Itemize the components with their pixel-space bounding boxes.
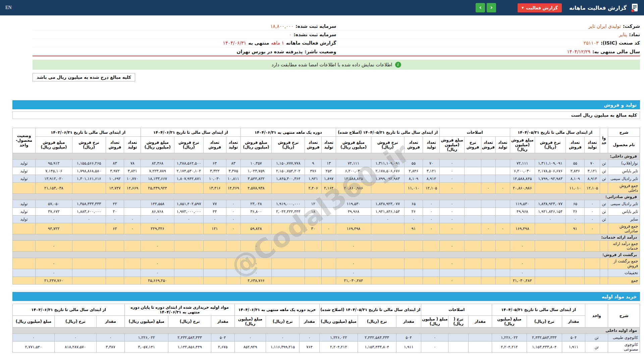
value-cell	[226, 241, 240, 252]
section-row: فروش صادراتی:	[13, 194, 640, 200]
value-cell: ۰	[440, 208, 465, 216]
top-bar: گزارش فعالیت ماهانه گزارش فعالیت ▼ ‹ › E…	[0, 0, 644, 15]
value-cell: ۵۰۴	[562, 334, 585, 342]
value-cell	[495, 241, 510, 252]
value-cell: ۰	[35, 216, 72, 223]
value-cell	[305, 241, 322, 252]
value-cell: ۰	[72, 216, 106, 223]
info-label: وضعیت ناشر:	[305, 49, 336, 54]
value-cell: ۰	[226, 200, 240, 208]
value-cell: ۱۸	[305, 208, 322, 216]
codal-monthly-activity-report-page: { "colors": { "topbar": "#1d3c61", "butt…	[0, 0, 644, 362]
isic-code-row: کد صنعت (ISIC): ۲۵۱۱۰۳	[336, 39, 640, 47]
value-cell	[322, 208, 336, 216]
value-cell: ۹	[305, 160, 322, 167]
prev-report-button[interactable]: ‹	[476, 3, 485, 12]
value-cell: ۵۵	[404, 160, 423, 167]
fiscal-year-end-row: سال مالی منتهی به: ۱۴۰۴/۱۲/۲۹	[336, 47, 640, 56]
value-cell: ۷۶۴	[300, 342, 320, 353]
column-header: مقدار	[300, 316, 320, 327]
value-cell	[465, 175, 481, 183]
value-cell: ۱,۸۳۸,۹۲۳,۰۷۷	[371, 200, 404, 208]
million-rial-note: کلیه مبالغ درج شده به میلیون ریال می باش…	[33, 73, 135, 81]
value-cell	[495, 277, 510, 285]
value-cell: ۵۹,۸۲۸	[240, 223, 272, 234]
value-cell: ۱,۲۲۶,۰۲۲	[320, 334, 358, 342]
raw-materials-table-wrap: شرحواحداز ابتدای سال مالی تا تاریخ ۱۴۰۴/…	[12, 304, 640, 353]
value-cell	[174, 269, 204, 277]
product-name-cell: سایر	[608, 216, 640, 223]
chevron-down-icon: ▼	[522, 6, 524, 9]
column-header: نرخ (ریال)	[266, 316, 300, 327]
value-cell: ۲,۸۴۶	[404, 167, 423, 175]
value-cell	[272, 216, 305, 223]
report-period-row: گزارش فعالیت ماهانه ۱ ماهه منتهی به ۱۴۰۴…	[33, 39, 336, 47]
value-cell	[481, 269, 495, 277]
value-cell: ۱,۳۱۱,۱۰۹,۰۹۱	[535, 160, 566, 167]
value-cell	[448, 342, 469, 353]
value-cell	[535, 277, 566, 285]
unit-column-header: واحد	[585, 304, 608, 327]
value-cell: ۰	[440, 200, 465, 208]
section-row: برگشت از فروش:	[13, 252, 640, 258]
column-header: مبلغ فروش (میلیون ریال)	[440, 137, 465, 153]
value-cell: ۸۳	[106, 160, 124, 167]
value-cell: ۸۱۸,۲۸۷,۵۷۰	[54, 342, 96, 353]
info-label: نماد:	[629, 32, 640, 37]
column-header: تعداد تولید	[226, 137, 240, 153]
value-cell	[481, 258, 495, 269]
value-cell: ۱,۹۲۱,۸۴۶,۱۵۴	[371, 208, 404, 216]
value-cell	[465, 160, 481, 167]
value-cell	[371, 241, 404, 252]
value-cell	[465, 208, 481, 216]
production-sales-table-wrap: شرحواحداز ابتدای سال مالی تا تاریخ ۱۴۰۴/…	[12, 128, 640, 285]
value-cell: ۰	[35, 269, 72, 277]
value-cell: ۳,۱۲۱	[423, 167, 440, 175]
info-label: کد صنعت (ISIC):	[601, 40, 640, 46]
value-cell: ۳,۳۸۷	[96, 342, 125, 353]
unit-cell	[600, 277, 608, 285]
unit-cell: تن	[600, 208, 608, 216]
section-label-cell: مواد اولیه داخلی	[13, 327, 640, 334]
value-cell: ۱۰,۷۷۰	[124, 175, 141, 183]
value-cell: ۸,۹۱۴	[423, 175, 440, 183]
value-cell: ۱,۱۵۳,۴۳۳,۸۰۴	[358, 342, 396, 353]
value-cell	[72, 241, 106, 252]
value-cell: ۱,۸۴۵,۳۰۰,۳۶۴	[272, 175, 305, 183]
group-header: از ابتدای سال مالی تا تاریخ ۱۴۰۴/۰۵/۳۱	[492, 304, 585, 316]
column-header: نرخ فروش	[465, 137, 481, 153]
value-cell: ۰	[322, 223, 336, 234]
value-cell	[174, 241, 204, 252]
language-switch-en[interactable]: EN	[5, 5, 12, 10]
production-sales-table: شرحواحداز ابتدای سال مالی تا تاریخ ۱۴۰۴/…	[12, 128, 640, 285]
value-cell: ۴۷۶	[305, 167, 322, 175]
activity-report-dropdown-button[interactable]: گزارش فعالیت ▼	[518, 3, 562, 12]
value-cell: ۰	[336, 269, 371, 277]
next-report-button[interactable]: ›	[487, 3, 496, 12]
group-header: اصلاحات	[440, 128, 510, 137]
value-cell: ۲۱,۰۳۰,۴۸۴	[510, 277, 535, 285]
value-cell	[585, 269, 600, 277]
value-cell: ۱۱,۰۱۰	[566, 183, 585, 194]
value-cell	[226, 258, 240, 269]
value-cell	[272, 258, 305, 269]
section-label-cell: برگشت از فروش:	[13, 252, 640, 258]
value-cell: ۰	[585, 200, 600, 208]
unregistered-capital-row: سرمایه ثبت نشده: ۰	[33, 31, 336, 39]
value-cell	[272, 241, 305, 252]
value-cell: ۱,۲۲۶,۰۲۲	[492, 334, 527, 342]
value-cell: ۶,۲۰۰,۰۳۰	[336, 167, 371, 175]
status-cell: تولید	[13, 160, 36, 167]
value-cell: ۰	[174, 216, 204, 223]
column-header: نرخ فروش (ریال)	[174, 137, 204, 153]
column-header: نرخ فروش (ریال)	[272, 137, 305, 153]
value-cell: ۰	[13, 334, 55, 342]
section-row: مواد اولیه داخلی	[13, 327, 640, 334]
status-cell	[13, 241, 36, 252]
value-cell: ۱,۸۳۸,۹۲۳,۰۷۷	[535, 200, 566, 208]
value-cell: ۳,۸۲۱	[124, 167, 141, 175]
group-header: از ابتدای سال مالی تا تاریخ ۱۴۰۴/۰۶/۳۱	[141, 128, 240, 137]
value-cell: ۰	[421, 342, 448, 353]
value-cell: ۲۵,۴۳۹,۹۲۴	[141, 183, 174, 194]
status-column-header: وضعیت محصول-واحد	[13, 128, 36, 153]
